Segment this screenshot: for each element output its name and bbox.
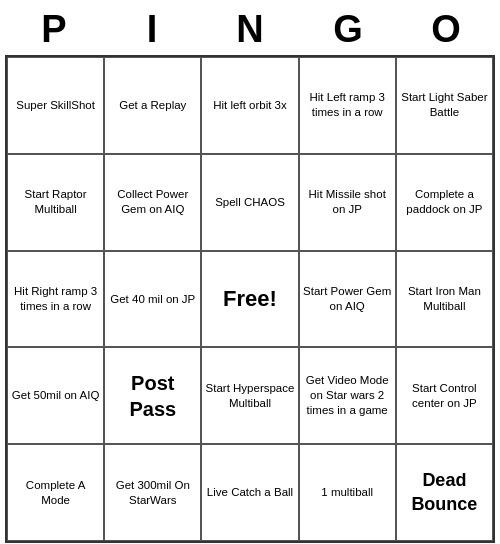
cell-r1-c1: Collect Power Gem on AIQ [104, 154, 201, 251]
bingo-letter: P [10, 8, 98, 51]
cell-r2-c4: Start Iron Man Multiball [396, 251, 493, 348]
cell-r0-c1: Get a Replay [104, 57, 201, 154]
cell-r3-c1: Post Pass [104, 347, 201, 444]
cell-r4-c0: Complete A Mode [7, 444, 104, 541]
cell-r4-c1: Get 300mil On StarWars [104, 444, 201, 541]
bingo-letter: I [108, 8, 196, 51]
cell-r0-c3: Hit Left ramp 3 times in a row [299, 57, 396, 154]
bingo-letter: N [206, 8, 294, 51]
cell-r4-c4: Dead Bounce [396, 444, 493, 541]
cell-r2-c0: Hit Right ramp 3 times in a row [7, 251, 104, 348]
cell-r1-c0: Start Raptor Multiball [7, 154, 104, 251]
cell-r1-c2: Spell CHAOS [201, 154, 298, 251]
cell-r0-c0: Super SkillShot [7, 57, 104, 154]
cell-r2-c2: Free! [201, 251, 298, 348]
cell-r2-c1: Get 40 mil on JP [104, 251, 201, 348]
cell-r3-c4: Start Control center on JP [396, 347, 493, 444]
cell-r1-c3: Hit Missile shot on JP [299, 154, 396, 251]
cell-r0-c4: Start Light Saber Battle [396, 57, 493, 154]
bingo-title: PINGO [5, 0, 495, 55]
cell-r4-c2: Live Catch a Ball [201, 444, 298, 541]
cell-r3-c3: Get Video Mode on Star wars 2 times in a… [299, 347, 396, 444]
cell-r4-c3: 1 multiball [299, 444, 396, 541]
cell-r2-c3: Start Power Gem on AIQ [299, 251, 396, 348]
bingo-grid: Super SkillShotGet a ReplayHit left orbi… [5, 55, 495, 543]
cell-r1-c4: Complete a paddock on JP [396, 154, 493, 251]
bingo-letter: G [304, 8, 392, 51]
cell-r0-c2: Hit left orbit 3x [201, 57, 298, 154]
bingo-letter: O [402, 8, 490, 51]
cell-r3-c0: Get 50mil on AIQ [7, 347, 104, 444]
cell-r3-c2: Start Hyperspace Multiball [201, 347, 298, 444]
